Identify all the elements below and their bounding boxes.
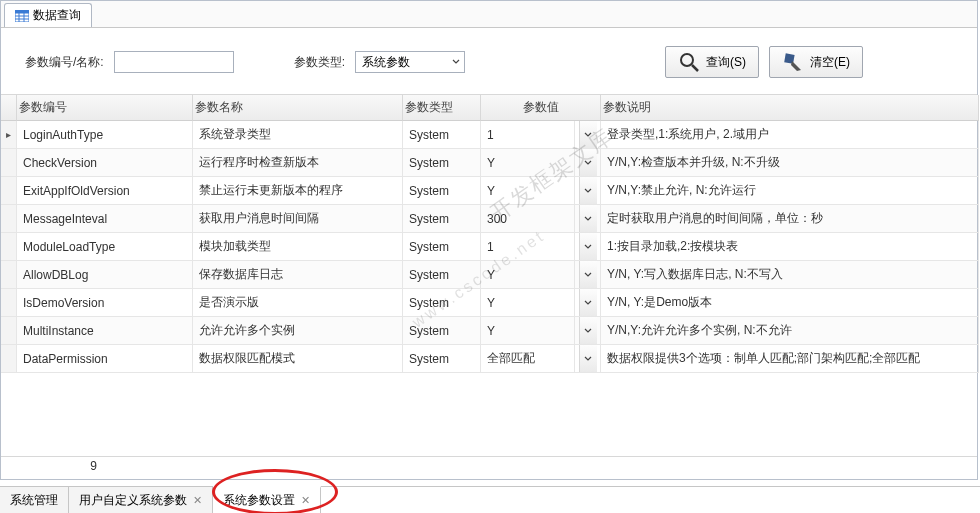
cell-value-dropdown[interactable]: [575, 317, 601, 345]
cell-value[interactable]: Y: [481, 261, 575, 289]
chevron-down-icon: [584, 131, 592, 139]
close-icon[interactable]: ✕: [301, 494, 310, 507]
cell-value[interactable]: Y: [481, 289, 575, 317]
row-handle: ▸: [1, 121, 17, 149]
clear-button-label: 清空(E): [810, 54, 850, 71]
table-row[interactable]: DataPermission数据权限匹配模式System全部匹配数据权限提供3个…: [1, 345, 977, 373]
cell-name: 模块加载类型: [193, 233, 403, 261]
filter-type-label: 参数类型:: [294, 54, 345, 71]
row-handle: [1, 261, 17, 289]
chevron-down-icon: [452, 58, 460, 66]
bottom-tab[interactable]: 系统参数设置✕: [213, 486, 321, 513]
cell-desc: 定时获取用户消息的时间间隔，单位：秒: [601, 205, 979, 233]
cell-value[interactable]: 300: [481, 205, 575, 233]
tab-data-query[interactable]: 数据查询: [4, 3, 92, 27]
cell-value-dropdown[interactable]: [575, 233, 601, 261]
row-handle: [1, 233, 17, 261]
bottom-tab-bar: 系统管理用户自定义系统参数✕系统参数设置✕: [0, 486, 980, 513]
cell-value-dropdown[interactable]: [575, 177, 601, 205]
cell-name: 数据权限匹配模式: [193, 345, 403, 373]
cell-value[interactable]: 全部匹配: [481, 345, 575, 373]
eraser-icon: [782, 51, 804, 73]
cell-desc: Y/N,Y:允许允许多个实例, N:不允许: [601, 317, 979, 345]
chevron-down-icon: [584, 215, 592, 223]
cell-type: System: [403, 233, 481, 261]
col-header-value[interactable]: 参数值: [481, 95, 601, 121]
col-header-desc[interactable]: 参数说明: [601, 95, 979, 121]
cell-desc: 数据权限提供3个选项：制单人匹配;部门架构匹配;全部匹配: [601, 345, 979, 373]
search-button[interactable]: 查询(S): [665, 46, 759, 78]
filter-type-select[interactable]: 系统参数: [355, 51, 465, 73]
table-row[interactable]: MessageInteval获取用户消息时间间隔System300定时获取用户消…: [1, 205, 977, 233]
row-handle-header: [1, 95, 17, 121]
chevron-down-icon: [584, 271, 592, 279]
bottom-tab-label: 用户自定义系统参数: [79, 492, 187, 509]
chevron-down-icon: [584, 243, 592, 251]
row-handle: [1, 149, 17, 177]
chevron-down-icon: [584, 327, 592, 335]
svg-rect-6: [15, 10, 29, 13]
cell-id: DataPermission: [17, 345, 193, 373]
cell-value[interactable]: Y: [481, 317, 575, 345]
cell-value[interactable]: Y: [481, 149, 575, 177]
cell-id: AllowDBLog: [17, 261, 193, 289]
row-handle: [1, 177, 17, 205]
tab-label: 数据查询: [33, 7, 81, 24]
col-header-type[interactable]: 参数类型: [403, 95, 481, 121]
cell-value[interactable]: Y: [481, 177, 575, 205]
cell-value-dropdown[interactable]: [575, 345, 601, 373]
filter-name-label: 参数编号/名称:: [25, 54, 104, 71]
chevron-down-icon: [584, 355, 592, 363]
cell-value-dropdown[interactable]: [575, 289, 601, 317]
cell-id: LoginAuthType: [17, 121, 193, 149]
cell-id: CheckVersion: [17, 149, 193, 177]
cell-name: 运行程序时检查新版本: [193, 149, 403, 177]
cell-id: ExitAppIfOldVersion: [17, 177, 193, 205]
cell-name: 系统登录类型: [193, 121, 403, 149]
cell-name: 允许允许多个实例: [193, 317, 403, 345]
chevron-down-icon: [584, 159, 592, 167]
cell-type: System: [403, 345, 481, 373]
grid-header: 参数编号 参数名称 参数类型 参数值 参数说明: [1, 95, 977, 121]
table-row[interactable]: IsDemoVersion是否演示版SystemYY/N, Y:是Demo版本: [1, 289, 977, 317]
data-grid: 参数编号 参数名称 参数类型 参数值 参数说明 ▸LoginAuthType系统…: [1, 94, 977, 373]
cell-value-dropdown[interactable]: [575, 261, 601, 289]
cell-desc: Y/N, Y:是Demo版本: [601, 289, 979, 317]
row-handle: [1, 345, 17, 373]
bottom-tab[interactable]: 用户自定义系统参数✕: [69, 487, 213, 513]
col-header-name[interactable]: 参数名称: [193, 95, 403, 121]
table-row[interactable]: AllowDBLog保存数据库日志SystemYY/N, Y:写入数据库日志, …: [1, 261, 977, 289]
filter-type-value: 系统参数: [362, 54, 410, 71]
bottom-tab-label: 系统管理: [10, 492, 58, 509]
table-row[interactable]: CheckVersion运行程序时检查新版本SystemYY/N,Y:检查版本并…: [1, 149, 977, 177]
cell-type: System: [403, 149, 481, 177]
col-header-id[interactable]: 参数编号: [17, 95, 193, 121]
clear-button[interactable]: 清空(E): [769, 46, 863, 78]
cell-value-dropdown[interactable]: [575, 149, 601, 177]
cell-type: System: [403, 121, 481, 149]
bottom-tab[interactable]: 系统管理: [0, 487, 69, 513]
cell-desc: 登录类型,1:系统用户, 2.域用户: [601, 121, 979, 149]
close-icon[interactable]: ✕: [193, 494, 202, 507]
filter-name-input[interactable]: [114, 51, 234, 73]
table-row[interactable]: ▸LoginAuthType系统登录类型System1登录类型,1:系统用户, …: [1, 121, 977, 149]
cell-value-dropdown[interactable]: [575, 205, 601, 233]
table-row[interactable]: ModuleLoadType模块加载类型System11:按目录加载,2:按模块…: [1, 233, 977, 261]
cell-desc: Y/N,Y:禁止允许, N:允许运行: [601, 177, 979, 205]
svg-point-7: [681, 54, 693, 66]
cell-value[interactable]: 1: [481, 121, 575, 149]
grid-icon: [15, 10, 29, 22]
table-row[interactable]: ExitAppIfOldVersion禁止运行未更新版本的程序SystemYY/…: [1, 177, 977, 205]
cell-type: System: [403, 317, 481, 345]
row-handle: [1, 317, 17, 345]
cell-name: 保存数据库日志: [193, 261, 403, 289]
cell-type: System: [403, 289, 481, 317]
cell-value-dropdown[interactable]: [575, 121, 601, 149]
chevron-down-icon: [584, 187, 592, 195]
table-row[interactable]: MultiInstance允许允许多个实例SystemYY/N,Y:允许允许多个…: [1, 317, 977, 345]
cell-value[interactable]: 1: [481, 233, 575, 261]
grid-body: ▸LoginAuthType系统登录类型System1登录类型,1:系统用户, …: [1, 121, 977, 373]
cell-type: System: [403, 205, 481, 233]
cell-name: 禁止运行未更新版本的程序: [193, 177, 403, 205]
cell-desc: Y/N, Y:写入数据库日志, N:不写入: [601, 261, 979, 289]
